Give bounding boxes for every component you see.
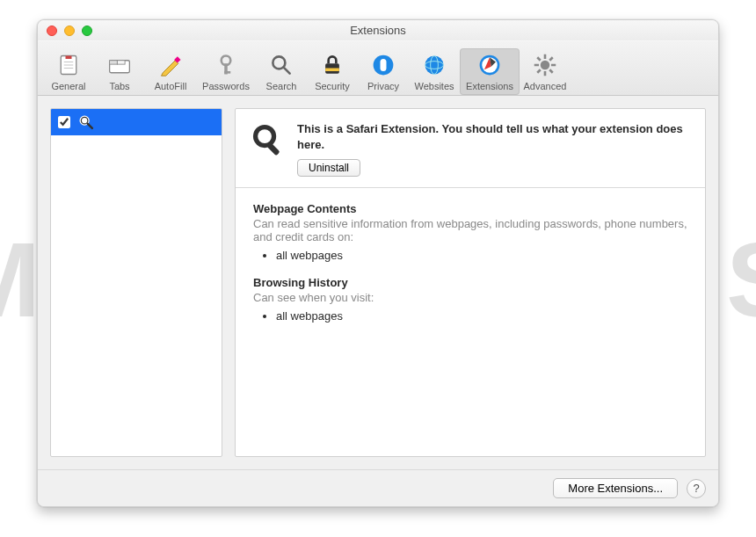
extensions-icon xyxy=(476,52,503,78)
tab-label: Passwords xyxy=(202,81,250,91)
section-list: all webpages xyxy=(276,249,687,262)
svg-line-30 xyxy=(537,57,541,61)
tab-autofill[interactable]: AutoFill xyxy=(145,48,196,95)
detail-body: Webpage Contents Can read sensitive info… xyxy=(236,188,705,351)
svg-rect-39 xyxy=(266,142,280,156)
zoom-icon[interactable] xyxy=(82,25,92,36)
section-subtitle: Can see when you visit: xyxy=(253,291,687,304)
tab-label: General xyxy=(51,81,85,91)
general-icon xyxy=(55,52,82,78)
svg-line-32 xyxy=(537,69,541,73)
svg-rect-11 xyxy=(224,71,230,74)
traffic-lights xyxy=(47,25,92,36)
list-item: all webpages xyxy=(276,249,687,262)
advanced-icon xyxy=(532,52,558,78)
sidebar-item-extension[interactable] xyxy=(51,109,222,135)
tab-advanced[interactable]: Advanced xyxy=(520,48,571,95)
tab-label: Websites xyxy=(414,81,454,91)
extension-enable-checkbox[interactable] xyxy=(58,116,70,128)
svg-rect-1 xyxy=(66,56,72,60)
svg-rect-15 xyxy=(325,69,339,72)
svg-line-31 xyxy=(549,69,553,73)
tab-label: Search xyxy=(266,81,297,91)
detail-header: This is a Safari Extension. You should t… xyxy=(236,109,705,188)
tab-search[interactable]: Search xyxy=(256,48,307,95)
close-icon[interactable] xyxy=(47,25,57,36)
tab-label: Tabs xyxy=(109,81,129,91)
svg-point-18 xyxy=(425,56,444,75)
minimize-icon[interactable] xyxy=(64,25,75,36)
tab-general[interactable]: General xyxy=(43,48,94,95)
svg-point-38 xyxy=(258,129,272,143)
window-titlebar: Extensions xyxy=(38,20,718,41)
section-title: Webpage Contents xyxy=(253,202,687,215)
tab-label: Extensions xyxy=(466,81,513,91)
window-title: Extensions xyxy=(350,24,406,37)
tab-privacy[interactable]: Privacy xyxy=(358,48,409,95)
extensions-sidebar xyxy=(50,108,222,457)
extension-detail-panel: This is a Safari Extension. You should t… xyxy=(235,108,706,457)
help-button[interactable]: ? xyxy=(687,479,706,498)
tab-passwords[interactable]: Passwords xyxy=(196,48,256,95)
svg-rect-7 xyxy=(117,61,125,64)
tab-tabs[interactable]: Tabs xyxy=(94,48,145,95)
websites-icon xyxy=(421,52,447,78)
security-icon xyxy=(319,52,345,78)
tabs-icon xyxy=(106,52,133,78)
tab-label: Security xyxy=(315,81,350,91)
section-title: Browsing History xyxy=(253,276,687,289)
svg-point-25 xyxy=(541,61,550,70)
svg-line-36 xyxy=(88,124,92,128)
preferences-toolbar: General Tabs AutoFill Passwords Search xyxy=(38,41,718,96)
list-item: all webpages xyxy=(276,309,687,323)
tab-label: AutoFill xyxy=(155,81,187,91)
svg-line-13 xyxy=(284,68,290,74)
uninstall-button[interactable]: Uninstall xyxy=(297,159,360,177)
section-subtitle: Can read sensitive information from webp… xyxy=(253,217,687,243)
extension-description: This is a Safari Extension. You should t… xyxy=(297,121,691,152)
search-icon xyxy=(77,113,95,131)
tab-label: Privacy xyxy=(367,81,399,91)
preferences-window: Extensions General Tabs AutoFill Pa xyxy=(37,19,719,507)
search-icon xyxy=(250,121,287,158)
svg-rect-17 xyxy=(381,59,387,71)
autofill-icon xyxy=(157,52,184,78)
svg-rect-6 xyxy=(110,61,118,64)
tab-websites[interactable]: Websites xyxy=(409,48,460,95)
svg-line-33 xyxy=(549,57,553,61)
more-extensions-button[interactable]: More Extensions... xyxy=(553,478,678,498)
section-list: all webpages xyxy=(276,309,687,323)
privacy-icon xyxy=(370,52,396,78)
search-icon xyxy=(268,52,294,78)
svg-point-35 xyxy=(82,118,87,123)
tab-label: Advanced xyxy=(524,81,567,91)
tab-security[interactable]: Security xyxy=(307,48,358,95)
passwords-icon xyxy=(213,52,239,78)
window-footer: More Extensions... ? xyxy=(38,469,718,506)
tab-extensions[interactable]: Extensions xyxy=(460,48,520,95)
content-area: This is a Safari Extension. You should t… xyxy=(38,96,718,469)
